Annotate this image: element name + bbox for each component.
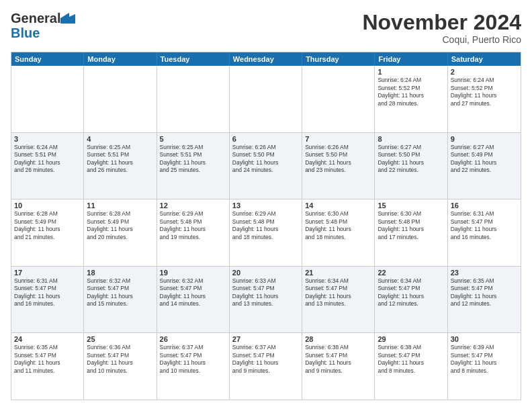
calendar-day-cell: 14Sunrise: 6:30 AM Sunset: 5:48 PM Dayli… [302, 199, 375, 266]
day-number: 13 [232, 201, 299, 210]
weekday-header: Wednesday [230, 52, 302, 66]
day-number: 17 [14, 269, 81, 277]
day-number: 4 [87, 135, 153, 143]
calendar-day-cell: 2Sunrise: 6:24 AM Sunset: 5:52 PM Daylig… [448, 66, 521, 132]
calendar-empty-cell [84, 66, 157, 132]
page: General Blue November 2024 Coqui, Puerto… [0, 0, 532, 411]
day-number: 5 [160, 135, 226, 143]
logo: General Blue [11, 11, 75, 40]
calendar-day-cell: 25Sunrise: 6:36 AM Sunset: 5:47 PM Dayli… [84, 333, 157, 400]
calendar-day-cell: 22Sunrise: 6:34 AM Sunset: 5:47 PM Dayli… [375, 267, 447, 333]
day-number: 1 [378, 68, 444, 76]
calendar-row: 10Sunrise: 6:28 AM Sunset: 5:49 PM Dayli… [11, 199, 521, 267]
day-number: 21 [305, 269, 371, 277]
day-number: 15 [378, 201, 444, 210]
calendar-day-cell: 27Sunrise: 6:37 AM Sunset: 5:47 PM Dayli… [230, 333, 302, 400]
day-number: 12 [160, 201, 226, 210]
weekday-header: Monday [84, 52, 157, 66]
day-number: 29 [378, 335, 444, 343]
day-info: Sunrise: 6:29 AM Sunset: 5:48 PM Dayligh… [232, 210, 299, 241]
calendar-day-cell: 12Sunrise: 6:29 AM Sunset: 5:48 PM Dayli… [157, 199, 230, 266]
calendar-day-cell: 15Sunrise: 6:30 AM Sunset: 5:48 PM Dayli… [375, 199, 447, 266]
day-info: Sunrise: 6:24 AM Sunset: 5:51 PM Dayligh… [14, 144, 81, 175]
day-info: Sunrise: 6:34 AM Sunset: 5:47 PM Dayligh… [305, 277, 371, 308]
day-info: Sunrise: 6:37 AM Sunset: 5:47 PM Dayligh… [160, 344, 226, 375]
svg-marker-0 [60, 13, 75, 24]
day-number: 3 [14, 135, 81, 143]
day-info: Sunrise: 6:32 AM Sunset: 5:47 PM Dayligh… [160, 277, 226, 308]
day-info: Sunrise: 6:38 AM Sunset: 5:47 PM Dayligh… [305, 344, 371, 375]
day-info: Sunrise: 6:36 AM Sunset: 5:47 PM Dayligh… [87, 344, 153, 375]
day-number: 16 [451, 201, 518, 210]
day-info: Sunrise: 6:33 AM Sunset: 5:47 PM Dayligh… [232, 277, 299, 308]
day-info: Sunrise: 6:24 AM Sunset: 5:52 PM Dayligh… [378, 77, 444, 107]
day-info: Sunrise: 6:27 AM Sunset: 5:50 PM Dayligh… [378, 144, 444, 175]
calendar-day-cell: 30Sunrise: 6:39 AM Sunset: 5:47 PM Dayli… [448, 333, 521, 400]
day-info: Sunrise: 6:35 AM Sunset: 5:47 PM Dayligh… [14, 344, 81, 375]
calendar-day-cell: 11Sunrise: 6:28 AM Sunset: 5:49 PM Dayli… [84, 199, 157, 266]
day-number: 9 [451, 135, 518, 143]
day-info: Sunrise: 6:26 AM Sunset: 5:50 PM Dayligh… [232, 144, 299, 175]
day-info: Sunrise: 6:25 AM Sunset: 5:51 PM Dayligh… [160, 144, 226, 175]
page-title: November 2024 [362, 11, 521, 34]
day-number: 11 [87, 201, 153, 210]
calendar-row: 1Sunrise: 6:24 AM Sunset: 5:52 PM Daylig… [11, 66, 521, 133]
day-number: 20 [232, 269, 299, 277]
day-info: Sunrise: 6:30 AM Sunset: 5:48 PM Dayligh… [378, 210, 444, 241]
day-number: 25 [87, 335, 153, 343]
calendar-day-cell: 21Sunrise: 6:34 AM Sunset: 5:47 PM Dayli… [302, 267, 375, 333]
calendar-day-cell: 9Sunrise: 6:27 AM Sunset: 5:49 PM Daylig… [448, 133, 521, 199]
logo-general: General [11, 11, 60, 26]
day-number: 19 [160, 269, 226, 277]
calendar-row: 3Sunrise: 6:24 AM Sunset: 5:51 PM Daylig… [11, 133, 521, 200]
day-number: 24 [14, 335, 81, 343]
calendar-day-cell: 16Sunrise: 6:31 AM Sunset: 5:47 PM Dayli… [448, 199, 521, 266]
calendar: SundayMondayTuesdayWednesdayThursdayFrid… [11, 52, 521, 400]
day-info: Sunrise: 6:28 AM Sunset: 5:49 PM Dayligh… [87, 210, 153, 241]
calendar-row: 24Sunrise: 6:35 AM Sunset: 5:47 PM Dayli… [11, 333, 521, 400]
calendar-empty-cell [302, 66, 375, 132]
logo-bird-icon [60, 13, 75, 24]
day-number: 22 [378, 269, 444, 277]
day-number: 28 [305, 335, 371, 343]
calendar-empty-cell [230, 66, 302, 132]
weekday-header: Thursday [302, 52, 375, 66]
day-number: 2 [451, 68, 518, 76]
day-info: Sunrise: 6:29 AM Sunset: 5:48 PM Dayligh… [160, 210, 226, 241]
day-info: Sunrise: 6:28 AM Sunset: 5:49 PM Dayligh… [14, 210, 81, 241]
day-number: 27 [232, 335, 299, 343]
day-number: 14 [305, 201, 371, 210]
calendar-day-cell: 10Sunrise: 6:28 AM Sunset: 5:49 PM Dayli… [11, 199, 84, 266]
weekday-header: Saturday [448, 52, 521, 66]
calendar-day-cell: 29Sunrise: 6:38 AM Sunset: 5:47 PM Dayli… [375, 333, 447, 400]
day-info: Sunrise: 6:30 AM Sunset: 5:48 PM Dayligh… [305, 210, 371, 241]
day-number: 30 [451, 335, 518, 343]
calendar-row: 17Sunrise: 6:31 AM Sunset: 5:47 PM Dayli… [11, 267, 521, 334]
calendar-day-cell: 8Sunrise: 6:27 AM Sunset: 5:50 PM Daylig… [375, 133, 447, 199]
calendar-empty-cell [157, 66, 230, 132]
calendar-header: SundayMondayTuesdayWednesdayThursdayFrid… [11, 52, 521, 66]
calendar-empty-cell [11, 66, 84, 132]
title-block: November 2024 Coqui, Puerto Rico [362, 11, 521, 45]
day-info: Sunrise: 6:26 AM Sunset: 5:50 PM Dayligh… [305, 144, 371, 175]
calendar-day-cell: 7Sunrise: 6:26 AM Sunset: 5:50 PM Daylig… [302, 133, 375, 199]
logo-blue: Blue [11, 26, 40, 40]
day-info: Sunrise: 6:35 AM Sunset: 5:47 PM Dayligh… [451, 277, 518, 308]
header: General Blue November 2024 Coqui, Puerto… [11, 11, 521, 45]
day-number: 26 [160, 335, 226, 343]
day-number: 8 [378, 135, 444, 143]
day-number: 23 [451, 269, 518, 277]
calendar-day-cell: 18Sunrise: 6:32 AM Sunset: 5:47 PM Dayli… [84, 267, 157, 333]
calendar-day-cell: 19Sunrise: 6:32 AM Sunset: 5:47 PM Dayli… [157, 267, 230, 333]
weekday-header: Tuesday [157, 52, 230, 66]
weekday-header: Friday [375, 52, 447, 66]
day-info: Sunrise: 6:24 AM Sunset: 5:52 PM Dayligh… [451, 77, 518, 107]
day-info: Sunrise: 6:37 AM Sunset: 5:47 PM Dayligh… [232, 344, 299, 375]
day-info: Sunrise: 6:31 AM Sunset: 5:47 PM Dayligh… [14, 277, 81, 308]
day-number: 18 [87, 269, 153, 277]
calendar-day-cell: 13Sunrise: 6:29 AM Sunset: 5:48 PM Dayli… [230, 199, 302, 266]
calendar-day-cell: 4Sunrise: 6:25 AM Sunset: 5:51 PM Daylig… [84, 133, 157, 199]
day-info: Sunrise: 6:34 AM Sunset: 5:47 PM Dayligh… [378, 277, 444, 308]
calendar-day-cell: 1Sunrise: 6:24 AM Sunset: 5:52 PM Daylig… [375, 66, 447, 132]
day-info: Sunrise: 6:32 AM Sunset: 5:47 PM Dayligh… [87, 277, 153, 308]
